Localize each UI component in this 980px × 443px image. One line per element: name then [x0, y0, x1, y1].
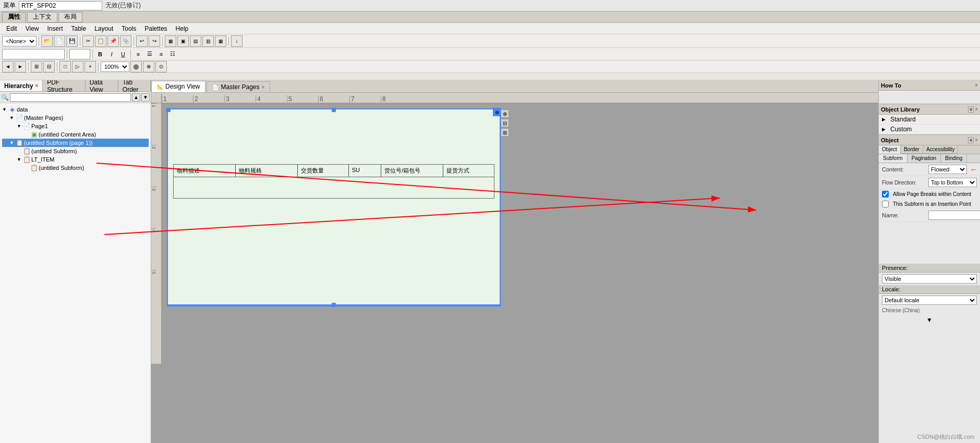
tree-node-lt-item[interactable]: ▼ 📋 LT_ITEM — [2, 155, 149, 164]
tab-hierarchy[interactable]: Hierarchy × — [0, 80, 43, 91]
forward-button[interactable]: ► — [15, 61, 26, 72]
align-center-button[interactable]: ☰ — [144, 50, 155, 59]
align-right-button[interactable]: ≡ — [156, 50, 166, 59]
obj-props-close[interactable]: × — [975, 137, 978, 143]
menu-palettes[interactable]: Palettes — [140, 24, 171, 33]
tab-tab-order[interactable]: Tab Order — [118, 80, 151, 91]
menu-table[interactable]: Table — [67, 24, 91, 33]
locale-select[interactable]: Default locale Chinese (China) English (… — [882, 296, 977, 305]
tree-node-data[interactable]: ▼ ◈ data — [2, 105, 149, 114]
paste-button[interactable]: 📌 — [107, 35, 119, 47]
presence-select[interactable]: Visible Hidden Invisible Inactive — [882, 274, 977, 284]
grid-toggle-button[interactable]: ⊞ — [31, 61, 42, 72]
align-left-button[interactable]: ≡ — [133, 50, 143, 59]
grid2-toggle-button[interactable]: ⊟ — [43, 61, 55, 72]
tab-pdf-structure[interactable]: PDF Structure — [43, 80, 85, 91]
subtab-subform[interactable]: Subform — [879, 154, 908, 163]
subtab-pagination[interactable]: Pagination — [908, 154, 941, 163]
font-name-input[interactable] — [2, 49, 65, 59]
menu-view[interactable]: View — [21, 24, 43, 33]
tab-design-view[interactable]: 📐 Design View — [151, 81, 205, 92]
menu-edit[interactable]: Edit — [2, 24, 21, 33]
folder-open-button[interactable]: 📂 — [41, 35, 53, 47]
expand-ltitem[interactable]: ▼ — [17, 157, 23, 162]
tree-node-lt-item-child[interactable]: 📋 (untitled Subform) — [2, 164, 149, 172]
obj-props-menu-btn[interactable]: ≡ — [968, 137, 974, 143]
menu-layout[interactable]: Layout — [90, 24, 117, 33]
expand-page1[interactable]: ▼ — [17, 124, 23, 129]
tab-data-view[interactable]: Data View — [86, 80, 118, 91]
tab-border[interactable]: Border — [901, 145, 923, 154]
new-file-button[interactable]: 📄 — [54, 35, 65, 47]
content-select[interactable]: Flowed Positioned Tabular — [928, 165, 967, 174]
name-input[interactable] — [928, 211, 980, 220]
zoom-extra-button[interactable]: ⊙ — [155, 61, 167, 72]
arrow-down-button[interactable]: ↓ — [231, 35, 243, 47]
hierarchy-search[interactable] — [10, 93, 131, 102]
style-dropdown[interactable]: <None> — [2, 36, 37, 46]
tab-accessibility[interactable]: Accessibility — [923, 145, 958, 154]
right-ctrl-2[interactable]: ⊟ — [501, 119, 509, 127]
zoom-in-button[interactable]: + — [84, 61, 96, 72]
expand-master[interactable]: ▼ — [9, 115, 16, 120]
tab-object[interactable]: Object — [879, 145, 901, 154]
zoom-custom-button[interactable]: ⊕ — [130, 61, 142, 72]
title-input[interactable] — [19, 1, 102, 10]
handle-bm[interactable] — [332, 303, 336, 307]
insert3-button[interactable]: ▤ — [190, 35, 201, 47]
insert5-button[interactable]: ▦ — [215, 35, 226, 47]
italic-button[interactable]: I — [106, 50, 117, 59]
zoom-fit-button[interactable]: ⊗ — [143, 61, 154, 72]
zoom-select[interactable]: 100% 50% 200% — [101, 61, 129, 72]
tree-node-page1[interactable]: ▼ 📄 Page1 — [2, 122, 149, 130]
subtab-binding[interactable]: Binding — [941, 154, 967, 163]
master-pages-close[interactable]: × — [262, 84, 265, 90]
tab-master-pages[interactable]: 📄 Master Pages × — [207, 81, 270, 92]
allow-page-breaks-checkbox[interactable] — [882, 191, 889, 198]
menu-help[interactable]: Help — [172, 24, 193, 33]
insert4-button[interactable]: ▥ — [202, 35, 214, 47]
tree-node-subform-page1[interactable]: ▼ 📋 (untitled Subform (page 1)) — [2, 139, 149, 147]
tree-node-content-area[interactable]: ▣ (untitled Content Area) — [2, 130, 149, 139]
underline-button[interactable]: U — [118, 50, 128, 59]
paste2-button[interactable]: 📎 — [120, 35, 131, 47]
obj-lib-item-standard[interactable]: ▶ Standard — [879, 115, 980, 125]
insert1-button[interactable]: ▦ — [165, 35, 176, 47]
tab-layout[interactable]: 布局 — [58, 12, 82, 22]
menu-insert[interactable]: Insert — [43, 24, 67, 33]
hierarchy-up-btn[interactable]: ▲ — [132, 93, 140, 102]
back-button[interactable]: ◄ — [2, 61, 14, 72]
handle-tr[interactable]: ⊕ — [493, 108, 501, 116]
save-button[interactable]: 💾 — [66, 35, 78, 47]
obj-lib-menu-btn[interactable]: ≡ — [968, 106, 974, 113]
align-justify-button[interactable]: ☷ — [167, 50, 178, 59]
cut-button[interactable]: ✂ — [82, 35, 94, 47]
tab-attributes[interactable]: 属性 — [2, 12, 26, 22]
right-ctrl-1[interactable]: ⊕ — [501, 109, 509, 118]
expand-data[interactable]: ▼ — [2, 107, 8, 112]
pointer-button[interactable]: ▷ — [72, 61, 83, 72]
right-ctrl-3[interactable]: ⊞ — [501, 128, 509, 137]
insert2-button[interactable]: ▣ — [177, 35, 189, 47]
tree-node-master[interactable]: ▼ 📄 (Master Pages) — [2, 114, 149, 122]
scroll-down-btn[interactable]: ▼ — [926, 316, 933, 324]
obj-lib-close[interactable]: × — [975, 106, 978, 113]
expand-sf1[interactable]: ▼ — [9, 140, 16, 145]
howto-close[interactable]: × — [975, 82, 978, 88]
insertion-point-checkbox[interactable] — [882, 201, 889, 207]
handle-tm[interactable] — [332, 108, 336, 112]
bold-button[interactable]: B — [95, 50, 105, 59]
design-content[interactable]: 1 2 3 4 5 6 7 8 1 2 3 4 — [151, 93, 878, 443]
obj-lib-item-custom[interactable]: ▶ Custom — [879, 125, 980, 134]
hierarchy-down-btn[interactable]: ▼ — [141, 93, 150, 102]
undo-button[interactable]: ↩ — [136, 35, 148, 47]
tree-node-subform-child1[interactable]: 📋 (untitled Subform) — [2, 147, 149, 155]
font-size-input[interactable] — [69, 49, 90, 59]
handle-tl[interactable] — [166, 108, 171, 112]
tab-context[interactable]: 上下文 — [27, 12, 57, 22]
copy-button[interactable]: 📋 — [95, 35, 106, 47]
redo-button[interactable]: ↪ — [149, 35, 160, 47]
rect-select-button[interactable]: □ — [59, 61, 71, 72]
flow-direction-select[interactable]: Top to Bottom Left to Right — [928, 178, 977, 187]
hierarchy-close[interactable]: × — [35, 83, 38, 89]
